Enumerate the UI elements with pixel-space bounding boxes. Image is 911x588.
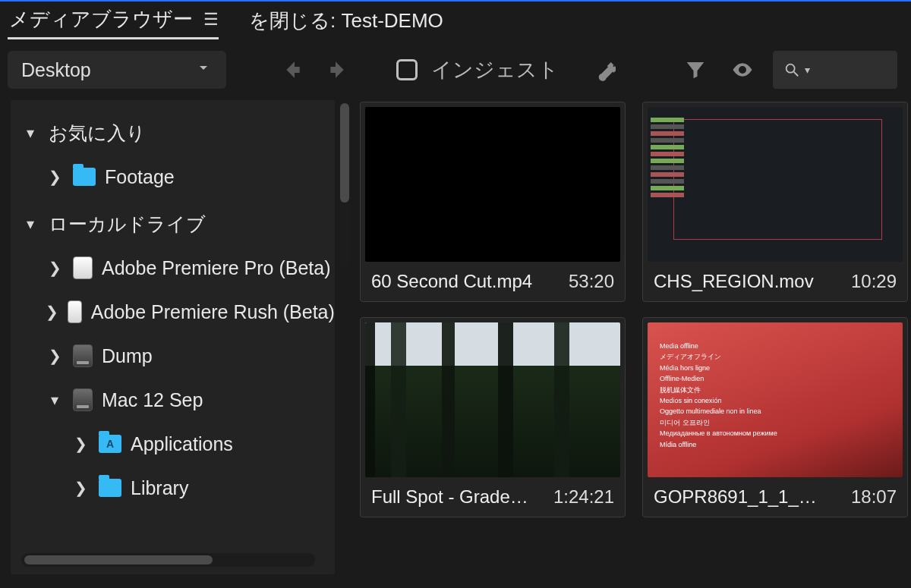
chevron-down-icon — [194, 58, 213, 81]
tree-item-dump[interactable]: ❯ Dump — [11, 334, 335, 378]
tree-item-premiere-pro[interactable]: ❯ Adobe Premiere Pro (Beta) — [11, 246, 335, 290]
chevron-right-icon: ❯ — [71, 479, 90, 497]
media-grid: 60 Second Cut.mp4 53:20 CHS_REGION.mov 1… — [360, 100, 908, 574]
panel-menu-icon[interactable]: ☰ — [203, 11, 219, 28]
chevron-down-icon: ▾ — [21, 124, 39, 142]
chevron-right-icon: ❯ — [46, 347, 64, 365]
media-thumbnail — [365, 322, 620, 477]
media-card[interactable]: Full Spot - Grade… 1:24:21 — [360, 317, 626, 517]
tree-item-library[interactable]: ❯ Library — [11, 466, 335, 510]
chevron-down-icon: ▾ — [21, 215, 39, 233]
eye-icon[interactable] — [726, 53, 759, 86]
tree-item-footage[interactable]: ❯ Footage — [11, 155, 335, 199]
wrench-icon[interactable] — [588, 53, 621, 86]
ingest-checkbox[interactable] — [396, 59, 418, 80]
tree-item-label: Adobe Premiere Pro (Beta) — [102, 257, 331, 279]
media-thumbnail-offline: Media offlineメディアオフラインMédia hors ligneOf… — [648, 322, 903, 477]
chevron-down-icon: ▾ — [46, 391, 64, 409]
location-dropdown-value: Desktop — [21, 59, 91, 81]
chevron-right-icon: ❯ — [46, 259, 64, 277]
sidebar-tree[interactable]: ▾ お気に入り ❯ Footage ▾ ローカルドライブ ❯ Adobe Pre… — [11, 100, 335, 574]
search-input[interactable]: ▾ — [773, 51, 897, 89]
chevron-right-icon: ❯ — [71, 435, 90, 453]
media-thumbnail — [365, 107, 620, 262]
panel-tab-media-browser[interactable]: メディアブラウザー ☰ — [8, 2, 219, 39]
nav-forward-button[interactable] — [322, 53, 355, 86]
nav-back-button[interactable] — [275, 53, 308, 86]
search-chevron-icon: ▾ — [805, 64, 810, 76]
folder-icon — [99, 435, 121, 453]
filter-icon[interactable] — [679, 53, 712, 86]
media-thumbnail — [648, 107, 903, 262]
drive-icon — [73, 256, 93, 279]
folder-icon — [73, 168, 96, 186]
media-duration: 18:07 — [851, 486, 897, 508]
search-icon — [783, 61, 800, 78]
tree-item-label: Library — [131, 477, 188, 499]
media-card[interactable]: Media offlineメディアオフラインMédia hors ligneOf… — [642, 317, 908, 517]
media-name: 60 Second Cut.mp4 — [371, 271, 532, 292]
sidebar-vertical-scrollbar[interactable] — [338, 102, 351, 267]
tree-item-label: Applications — [131, 433, 233, 455]
drive-icon — [73, 388, 93, 411]
tree-section-label: お気に入り — [49, 121, 146, 146]
tree-section-favorites[interactable]: ▾ お気に入り — [11, 111, 335, 155]
tree-item-mac-12-sep[interactable]: ▾ Mac 12 Sep — [11, 378, 335, 422]
panel-close-label: を閉じる: Test-DEMO — [249, 8, 443, 34]
location-dropdown[interactable]: Desktop — [8, 51, 226, 89]
tree-item-premiere-rush[interactable]: ❯ Adobe Premiere Rush (Beta) — [11, 290, 335, 334]
drive-icon — [73, 344, 93, 367]
media-name: Full Spot - Grade… — [371, 486, 528, 508]
tree-section-label: ローカルドライブ — [49, 212, 206, 237]
media-card[interactable]: 60 Second Cut.mp4 53:20 — [360, 102, 626, 302]
folder-icon — [99, 479, 121, 497]
tree-item-label: Footage — [105, 166, 175, 188]
tree-item-applications[interactable]: ❯ Applications — [11, 422, 335, 466]
svg-line-1 — [794, 72, 799, 77]
sidebar-horizontal-scrollbar[interactable] — [21, 553, 315, 567]
media-name: CHS_REGION.mov — [654, 271, 814, 292]
chevron-right-icon: ❯ — [46, 303, 58, 321]
tree-item-label: Dump — [102, 345, 153, 367]
ingest-label: インジェスト — [431, 56, 559, 83]
tree-item-label: Mac 12 Sep — [102, 389, 203, 411]
tree-section-local-drives[interactable]: ▾ ローカルドライブ — [11, 202, 335, 246]
drive-icon — [68, 300, 82, 323]
media-duration: 10:29 — [851, 271, 897, 292]
panel-tab-label: メディアブラウザー — [9, 6, 193, 33]
svg-point-0 — [786, 64, 795, 73]
chevron-right-icon: ❯ — [46, 168, 64, 186]
media-duration: 1:24:21 — [553, 486, 614, 508]
media-card[interactable]: CHS_REGION.mov 10:29 — [642, 102, 908, 302]
media-name: GOPR8691_1_1_1… — [654, 486, 821, 508]
media-duration: 53:20 — [569, 271, 614, 292]
tree-item-label: Adobe Premiere Rush (Beta) — [91, 301, 335, 323]
